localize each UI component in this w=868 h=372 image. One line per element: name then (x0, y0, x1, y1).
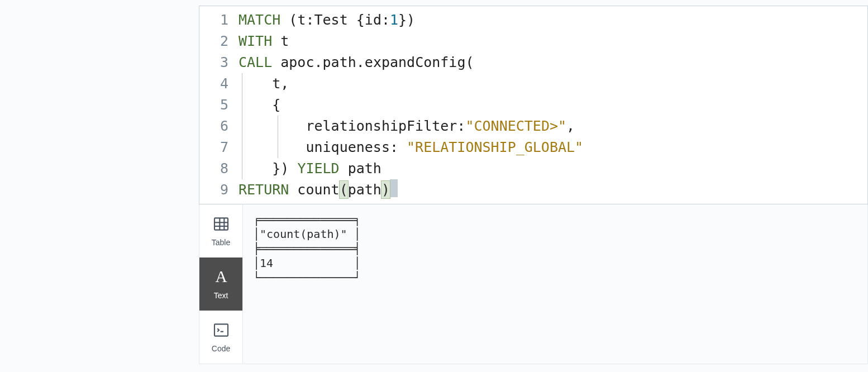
tab-code-label: Code (212, 344, 230, 353)
result-line: │14 │ (253, 256, 857, 270)
line-number: 4 (199, 73, 228, 94)
line-number: 8 (199, 158, 228, 179)
code-line[interactable]: WITH t (239, 31, 867, 52)
cypher-editor[interactable]: 123456789 MATCH (t:Test {id:1})WITH tCAL… (199, 6, 868, 204)
code-line[interactable]: relationshipFilter:"CONNECTED>", (239, 116, 867, 137)
code-line[interactable]: CALL apoc.path.expandConfig( (239, 52, 867, 73)
tab-text[interactable]: A Text (199, 257, 242, 311)
line-number: 3 (199, 52, 228, 73)
text-result-output[interactable]: ╒══════════════╕│"count(path)" │╞═══════… (243, 204, 867, 364)
svg-rect-0 (214, 218, 228, 230)
table-icon (212, 215, 230, 235)
view-tabs: Table A Text Code (199, 204, 243, 364)
line-gutter: 123456789 (199, 9, 239, 201)
result-line: ╒══════════════╕ (253, 212, 857, 227)
line-number: 9 (199, 179, 228, 201)
tab-text-label: Text (214, 291, 228, 300)
result-line: │"count(path)" │ (253, 227, 857, 241)
tab-table-label: Table (212, 238, 230, 247)
tab-table[interactable]: Table (199, 204, 242, 257)
tab-code[interactable]: Code (199, 311, 242, 364)
svg-rect-6 (214, 324, 228, 336)
cursor (390, 179, 398, 197)
line-number: 5 (199, 94, 228, 116)
code-line[interactable]: { (239, 94, 867, 116)
result-line: └──────────────┘ (253, 270, 857, 285)
results-pane: Table A Text Code (199, 204, 868, 364)
code-line[interactable]: }) YIELD path (239, 158, 867, 179)
line-number: 7 (199, 137, 228, 158)
code-area[interactable]: MATCH (t:Test {id:1})WITH tCALL apoc.pat… (239, 9, 867, 201)
line-number: 2 (199, 31, 228, 52)
line-number: 6 (199, 116, 228, 137)
code-line[interactable]: uniqueness: "RELATIONSHIP_GLOBAL" (239, 137, 867, 158)
code-line[interactable]: RETURN count(path) (239, 179, 867, 201)
result-line: ╞══════════════╡ (253, 241, 857, 256)
query-panel: 123456789 MATCH (t:Test {id:1})WITH tCAL… (199, 6, 868, 364)
code-icon (212, 321, 230, 341)
code-line[interactable]: t, (239, 73, 867, 94)
text-icon: A (212, 268, 230, 288)
line-number: 1 (199, 9, 228, 31)
svg-text:A: A (215, 268, 227, 285)
code-line[interactable]: MATCH (t:Test {id:1}) (239, 9, 867, 31)
